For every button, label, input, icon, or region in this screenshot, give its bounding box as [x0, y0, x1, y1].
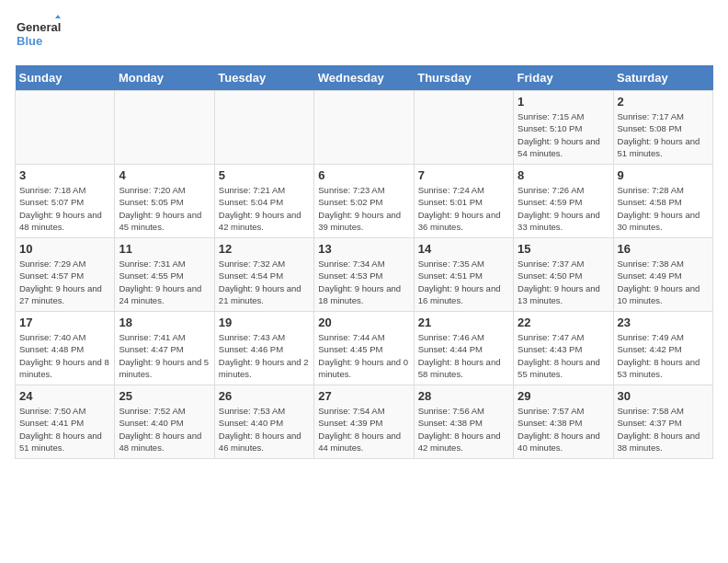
- calendar-cell: 26Sunrise: 7:53 AMSunset: 4:40 PMDayligh…: [214, 385, 313, 459]
- day-number: 30: [618, 389, 709, 403]
- calendar-cell: 23Sunrise: 7:49 AMSunset: 4:42 PMDayligh…: [613, 312, 712, 385]
- day-number: 18: [119, 316, 210, 329]
- calendar-cell: [414, 91, 513, 165]
- calendar-cell: 3Sunrise: 7:18 AMSunset: 5:07 PMDaylight…: [16, 165, 115, 238]
- day-info: Sunrise: 7:56 AMSunset: 4:38 PMDaylight:…: [418, 405, 509, 454]
- calendar-cell: [214, 91, 313, 165]
- day-number: 19: [219, 316, 310, 329]
- calendar-cell: 10Sunrise: 7:29 AMSunset: 4:57 PMDayligh…: [16, 238, 115, 312]
- page-header: General Blue: [15, 15, 713, 56]
- day-number: 16: [618, 242, 709, 256]
- logo-svg: General Blue: [15, 15, 61, 56]
- day-info: Sunrise: 7:46 AMSunset: 4:44 PMDaylight:…: [418, 331, 509, 380]
- day-info: Sunrise: 7:34 AMSunset: 4:53 PMDaylight:…: [318, 258, 409, 306]
- day-info: Sunrise: 7:24 AMSunset: 5:01 PMDaylight:…: [418, 184, 509, 233]
- day-number: 11: [119, 242, 210, 256]
- day-number: 15: [518, 242, 609, 256]
- day-number: 26: [219, 389, 310, 403]
- calendar-week-row: 10Sunrise: 7:29 AMSunset: 4:57 PMDayligh…: [16, 238, 713, 312]
- column-header-monday: Monday: [115, 65, 214, 91]
- calendar-cell: 11Sunrise: 7:31 AMSunset: 4:55 PMDayligh…: [115, 238, 214, 312]
- logo: General Blue: [15, 15, 61, 56]
- day-info: Sunrise: 7:29 AMSunset: 4:57 PMDaylight:…: [19, 258, 110, 306]
- calendar-cell: 21Sunrise: 7:46 AMSunset: 4:44 PMDayligh…: [414, 312, 513, 385]
- calendar-cell: [115, 91, 214, 165]
- day-info: Sunrise: 7:20 AMSunset: 5:05 PMDaylight:…: [119, 184, 210, 233]
- calendar-cell: 5Sunrise: 7:21 AMSunset: 5:04 PMDaylight…: [214, 165, 313, 238]
- day-info: Sunrise: 7:44 AMSunset: 4:45 PMDaylight:…: [318, 331, 409, 380]
- day-info: Sunrise: 7:41 AMSunset: 4:47 PMDaylight:…: [119, 331, 210, 380]
- day-info: Sunrise: 7:15 AMSunset: 5:10 PMDaylight:…: [518, 110, 609, 159]
- day-info: Sunrise: 7:43 AMSunset: 4:46 PMDaylight:…: [219, 331, 310, 380]
- calendar-cell: 14Sunrise: 7:35 AMSunset: 4:51 PMDayligh…: [414, 238, 513, 312]
- day-info: Sunrise: 7:21 AMSunset: 5:04 PMDaylight:…: [219, 184, 310, 233]
- day-number: 27: [318, 389, 409, 403]
- day-number: 28: [418, 389, 509, 403]
- svg-text:Blue: Blue: [17, 34, 42, 48]
- calendar-week-row: 17Sunrise: 7:40 AMSunset: 4:48 PMDayligh…: [16, 312, 713, 385]
- calendar-cell: 25Sunrise: 7:52 AMSunset: 4:40 PMDayligh…: [115, 385, 214, 459]
- column-header-saturday: Saturday: [613, 65, 712, 91]
- day-info: Sunrise: 7:28 AMSunset: 4:58 PMDaylight:…: [618, 184, 709, 233]
- day-info: Sunrise: 7:40 AMSunset: 4:48 PMDaylight:…: [19, 331, 110, 380]
- calendar-week-row: 1Sunrise: 7:15 AMSunset: 5:10 PMDaylight…: [16, 91, 713, 165]
- day-info: Sunrise: 7:47 AMSunset: 4:43 PMDaylight:…: [518, 331, 609, 380]
- day-number: 8: [518, 168, 609, 182]
- day-number: 21: [418, 316, 509, 329]
- calendar-cell: [16, 91, 115, 165]
- column-header-thursday: Thursday: [414, 65, 513, 91]
- day-info: Sunrise: 7:53 AMSunset: 4:40 PMDaylight:…: [219, 405, 310, 454]
- calendar-cell: 12Sunrise: 7:32 AMSunset: 4:54 PMDayligh…: [214, 238, 313, 312]
- day-number: 14: [418, 242, 509, 256]
- day-number: 9: [618, 168, 709, 182]
- day-info: Sunrise: 7:18 AMSunset: 5:07 PMDaylight:…: [19, 184, 110, 233]
- calendar-table: SundayMondayTuesdayWednesdayThursdayFrid…: [15, 65, 713, 459]
- day-info: Sunrise: 7:58 AMSunset: 4:37 PMDaylight:…: [618, 405, 709, 454]
- calendar-cell: 28Sunrise: 7:56 AMSunset: 4:38 PMDayligh…: [414, 385, 513, 459]
- day-number: 1: [518, 95, 609, 109]
- svg-marker-2: [55, 15, 61, 18]
- day-info: Sunrise: 7:57 AMSunset: 4:38 PMDaylight:…: [518, 405, 609, 454]
- calendar-cell: 24Sunrise: 7:50 AMSunset: 4:41 PMDayligh…: [16, 385, 115, 459]
- day-info: Sunrise: 7:37 AMSunset: 4:50 PMDaylight:…: [518, 258, 609, 306]
- calendar-cell: 16Sunrise: 7:38 AMSunset: 4:49 PMDayligh…: [613, 238, 712, 312]
- day-info: Sunrise: 7:50 AMSunset: 4:41 PMDaylight:…: [19, 405, 110, 454]
- calendar-cell: 27Sunrise: 7:54 AMSunset: 4:39 PMDayligh…: [314, 385, 414, 459]
- day-number: 20: [318, 316, 409, 329]
- day-number: 25: [119, 389, 210, 403]
- day-number: 29: [518, 389, 609, 403]
- calendar-week-row: 3Sunrise: 7:18 AMSunset: 5:07 PMDaylight…: [16, 165, 713, 238]
- day-info: Sunrise: 7:49 AMSunset: 4:42 PMDaylight:…: [618, 331, 709, 380]
- column-header-sunday: Sunday: [16, 65, 115, 91]
- day-number: 12: [219, 242, 310, 256]
- calendar-week-row: 24Sunrise: 7:50 AMSunset: 4:41 PMDayligh…: [16, 385, 713, 459]
- calendar-cell: 9Sunrise: 7:28 AMSunset: 4:58 PMDaylight…: [613, 165, 712, 238]
- calendar-cell: 19Sunrise: 7:43 AMSunset: 4:46 PMDayligh…: [214, 312, 313, 385]
- calendar-cell: 22Sunrise: 7:47 AMSunset: 4:43 PMDayligh…: [514, 312, 613, 385]
- calendar-cell: 29Sunrise: 7:57 AMSunset: 4:38 PMDayligh…: [514, 385, 613, 459]
- day-info: Sunrise: 7:52 AMSunset: 4:40 PMDaylight:…: [119, 405, 210, 454]
- calendar-cell: 8Sunrise: 7:26 AMSunset: 4:59 PMDaylight…: [514, 165, 613, 238]
- day-number: 7: [418, 168, 509, 182]
- day-number: 17: [19, 316, 110, 329]
- day-number: 4: [119, 168, 210, 182]
- day-number: 5: [219, 168, 310, 182]
- day-info: Sunrise: 7:32 AMSunset: 4:54 PMDaylight:…: [219, 258, 310, 306]
- column-header-wednesday: Wednesday: [314, 65, 414, 91]
- day-info: Sunrise: 7:38 AMSunset: 4:49 PMDaylight:…: [618, 258, 709, 306]
- calendar-cell: 17Sunrise: 7:40 AMSunset: 4:48 PMDayligh…: [16, 312, 115, 385]
- day-info: Sunrise: 7:35 AMSunset: 4:51 PMDaylight:…: [418, 258, 509, 306]
- day-number: 6: [318, 168, 409, 182]
- calendar-cell: 30Sunrise: 7:58 AMSunset: 4:37 PMDayligh…: [613, 385, 712, 459]
- calendar-cell: 18Sunrise: 7:41 AMSunset: 4:47 PMDayligh…: [115, 312, 214, 385]
- day-number: 22: [518, 316, 609, 329]
- calendar-cell: 1Sunrise: 7:15 AMSunset: 5:10 PMDaylight…: [514, 91, 613, 165]
- calendar-cell: 4Sunrise: 7:20 AMSunset: 5:05 PMDaylight…: [115, 165, 214, 238]
- day-info: Sunrise: 7:54 AMSunset: 4:39 PMDaylight:…: [318, 405, 409, 454]
- calendar-cell: 2Sunrise: 7:17 AMSunset: 5:08 PMDaylight…: [613, 91, 712, 165]
- column-header-tuesday: Tuesday: [214, 65, 313, 91]
- svg-text:General: General: [17, 20, 61, 34]
- day-info: Sunrise: 7:17 AMSunset: 5:08 PMDaylight:…: [618, 110, 709, 159]
- column-header-friday: Friday: [514, 65, 613, 91]
- day-number: 24: [19, 389, 110, 403]
